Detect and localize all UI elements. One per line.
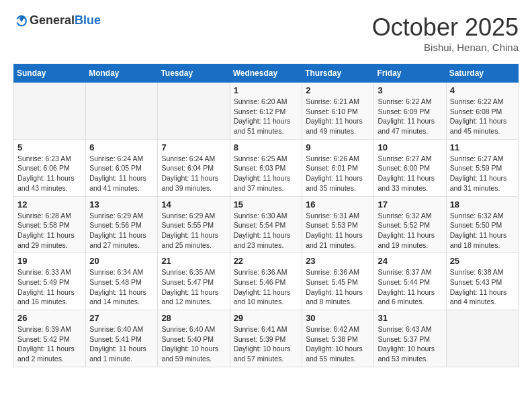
calendar-cell: 2Sunrise: 6:21 AM Sunset: 6:10 PM Daylig… — [302, 83, 374, 140]
calendar-cell: 28Sunrise: 6:40 AM Sunset: 5:40 PM Dayli… — [158, 310, 230, 367]
day-number: 31 — [378, 313, 442, 323]
day-number: 21 — [161, 256, 226, 266]
day-info: Sunrise: 6:43 AM Sunset: 5:37 PM Dayligh… — [378, 324, 442, 364]
day-info: Sunrise: 6:30 AM Sunset: 5:54 PM Dayligh… — [234, 211, 299, 250]
day-info: Sunrise: 6:31 AM Sunset: 5:53 PM Dayligh… — [306, 211, 370, 250]
day-info: Sunrise: 6:20 AM Sunset: 6:12 PM Dayligh… — [234, 97, 299, 136]
day-info: Sunrise: 6:22 AM Sunset: 6:08 PM Dayligh… — [450, 97, 515, 136]
calendar-cell — [158, 83, 230, 140]
calendar-cell: 19Sunrise: 6:33 AM Sunset: 5:49 PM Dayli… — [14, 253, 86, 310]
calendar-cell: 17Sunrise: 6:32 AM Sunset: 5:52 PM Dayli… — [374, 196, 446, 253]
calendar-cell: 3Sunrise: 6:22 AM Sunset: 6:09 PM Daylig… — [374, 83, 446, 140]
calendar-week-row: 5Sunrise: 6:23 AM Sunset: 6:06 PM Daylig… — [14, 139, 519, 196]
location-title: Bishui, Henan, China — [372, 42, 519, 53]
day-number: 6 — [89, 142, 154, 152]
calendar-table: SundayMondayTuesdayWednesdayThursdayFrid… — [13, 64, 519, 367]
day-number: 4 — [450, 85, 515, 95]
day-info: Sunrise: 6:24 AM Sunset: 6:04 PM Dayligh… — [161, 154, 226, 193]
calendar-header-row: SundayMondayTuesdayWednesdayThursdayFrid… — [14, 64, 519, 83]
calendar-cell: 25Sunrise: 6:38 AM Sunset: 5:43 PM Dayli… — [446, 253, 518, 310]
day-number: 19 — [17, 256, 82, 266]
weekday-header: Monday — [86, 64, 158, 83]
logo-general: General — [30, 13, 75, 27]
day-info: Sunrise: 6:41 AM Sunset: 5:39 PM Dayligh… — [234, 324, 299, 364]
calendar-cell: 1Sunrise: 6:20 AM Sunset: 6:12 PM Daylig… — [230, 83, 302, 140]
logo-icon — [15, 14, 28, 28]
weekday-header: Thursday — [302, 64, 374, 83]
day-number: 3 — [378, 85, 442, 95]
day-info: Sunrise: 6:38 AM Sunset: 5:43 PM Dayligh… — [450, 267, 515, 307]
day-number: 28 — [161, 313, 226, 323]
calendar-cell: 29Sunrise: 6:41 AM Sunset: 5:39 PM Dayli… — [230, 310, 302, 367]
calendar-week-row: 26Sunrise: 6:39 AM Sunset: 5:42 PM Dayli… — [14, 310, 519, 367]
day-number: 23 — [306, 256, 370, 266]
logo-blue: Blue — [75, 13, 101, 27]
weekday-header: Sunday — [14, 64, 86, 83]
day-number: 9 — [306, 142, 370, 152]
day-info: Sunrise: 6:42 AM Sunset: 5:38 PM Dayligh… — [306, 324, 370, 364]
calendar-cell: 13Sunrise: 6:29 AM Sunset: 5:56 PM Dayli… — [86, 196, 158, 253]
day-number: 27 — [89, 313, 154, 323]
day-info: Sunrise: 6:33 AM Sunset: 5:49 PM Dayligh… — [17, 267, 82, 307]
day-info: Sunrise: 6:28 AM Sunset: 5:58 PM Dayligh… — [17, 211, 82, 250]
calendar-cell: 7Sunrise: 6:24 AM Sunset: 6:04 PM Daylig… — [158, 139, 230, 196]
day-info: Sunrise: 6:24 AM Sunset: 6:05 PM Dayligh… — [89, 154, 154, 193]
day-info: Sunrise: 6:29 AM Sunset: 5:55 PM Dayligh… — [161, 211, 226, 250]
calendar-cell: 10Sunrise: 6:27 AM Sunset: 6:00 PM Dayli… — [374, 139, 446, 196]
day-number: 16 — [306, 199, 370, 210]
day-number: 22 — [234, 256, 299, 266]
calendar-cell: 4Sunrise: 6:22 AM Sunset: 6:08 PM Daylig… — [446, 83, 518, 140]
day-number: 7 — [161, 142, 226, 152]
title-block: October 2025 Bishui, Henan, China — [372, 13, 519, 53]
day-number: 18 — [450, 199, 515, 210]
day-number: 24 — [378, 256, 442, 266]
calendar-cell: 11Sunrise: 6:27 AM Sunset: 5:59 PM Dayli… — [446, 139, 518, 196]
logo: GeneralBlue — [13, 13, 101, 28]
calendar-cell: 16Sunrise: 6:31 AM Sunset: 5:53 PM Dayli… — [302, 196, 374, 253]
calendar-cell: 6Sunrise: 6:24 AM Sunset: 6:05 PM Daylig… — [86, 139, 158, 196]
day-number: 5 — [17, 142, 82, 152]
day-info: Sunrise: 6:40 AM Sunset: 5:40 PM Dayligh… — [161, 324, 226, 364]
calendar-cell: 30Sunrise: 6:42 AM Sunset: 5:38 PM Dayli… — [302, 310, 374, 367]
day-info: Sunrise: 6:26 AM Sunset: 6:01 PM Dayligh… — [306, 154, 370, 193]
day-info: Sunrise: 6:23 AM Sunset: 6:06 PM Dayligh… — [17, 154, 82, 193]
day-info: Sunrise: 6:36 AM Sunset: 5:45 PM Dayligh… — [306, 267, 370, 307]
day-info: Sunrise: 6:25 AM Sunset: 6:03 PM Dayligh… — [234, 154, 299, 193]
day-info: Sunrise: 6:21 AM Sunset: 6:10 PM Dayligh… — [306, 97, 370, 136]
day-info: Sunrise: 6:32 AM Sunset: 5:50 PM Dayligh… — [450, 211, 515, 250]
calendar-cell: 18Sunrise: 6:32 AM Sunset: 5:50 PM Dayli… — [446, 196, 518, 253]
day-info: Sunrise: 6:39 AM Sunset: 5:42 PM Dayligh… — [17, 324, 82, 364]
weekday-header: Tuesday — [158, 64, 230, 83]
day-info: Sunrise: 6:22 AM Sunset: 6:09 PM Dayligh… — [378, 97, 442, 136]
day-number: 14 — [161, 199, 226, 210]
calendar-cell: 21Sunrise: 6:35 AM Sunset: 5:47 PM Dayli… — [158, 253, 230, 310]
weekday-header: Friday — [374, 64, 446, 83]
weekday-header: Wednesday — [230, 64, 302, 83]
calendar-week-row: 12Sunrise: 6:28 AM Sunset: 5:58 PM Dayli… — [14, 196, 519, 253]
day-info: Sunrise: 6:36 AM Sunset: 5:46 PM Dayligh… — [234, 267, 299, 307]
day-number: 2 — [306, 85, 370, 95]
logo-text: GeneralBlue — [30, 13, 101, 28]
day-number: 11 — [450, 142, 515, 152]
day-info: Sunrise: 6:37 AM Sunset: 5:44 PM Dayligh… — [378, 267, 442, 307]
day-info: Sunrise: 6:27 AM Sunset: 6:00 PM Dayligh… — [378, 154, 442, 193]
day-number: 13 — [89, 199, 154, 210]
calendar-cell — [14, 83, 86, 140]
calendar-cell: 9Sunrise: 6:26 AM Sunset: 6:01 PM Daylig… — [302, 139, 374, 196]
day-number: 8 — [234, 142, 299, 152]
weekday-header: Saturday — [446, 64, 518, 83]
month-title: October 2025 — [372, 13, 519, 42]
day-number: 26 — [17, 313, 82, 323]
calendar-cell: 22Sunrise: 6:36 AM Sunset: 5:46 PM Dayli… — [230, 253, 302, 310]
calendar-cell — [86, 83, 158, 140]
calendar-cell: 24Sunrise: 6:37 AM Sunset: 5:44 PM Dayli… — [374, 253, 446, 310]
page-header: GeneralBlue October 2025 Bishui, Henan, … — [13, 13, 519, 53]
calendar-cell: 5Sunrise: 6:23 AM Sunset: 6:06 PM Daylig… — [14, 139, 86, 196]
calendar-cell: 23Sunrise: 6:36 AM Sunset: 5:45 PM Dayli… — [302, 253, 374, 310]
calendar-cell: 27Sunrise: 6:40 AM Sunset: 5:41 PM Dayli… — [86, 310, 158, 367]
day-number: 29 — [234, 313, 299, 323]
day-number: 25 — [450, 256, 515, 266]
calendar-cell: 26Sunrise: 6:39 AM Sunset: 5:42 PM Dayli… — [14, 310, 86, 367]
day-info: Sunrise: 6:34 AM Sunset: 5:48 PM Dayligh… — [89, 267, 154, 307]
day-info: Sunrise: 6:35 AM Sunset: 5:47 PM Dayligh… — [161, 267, 226, 307]
